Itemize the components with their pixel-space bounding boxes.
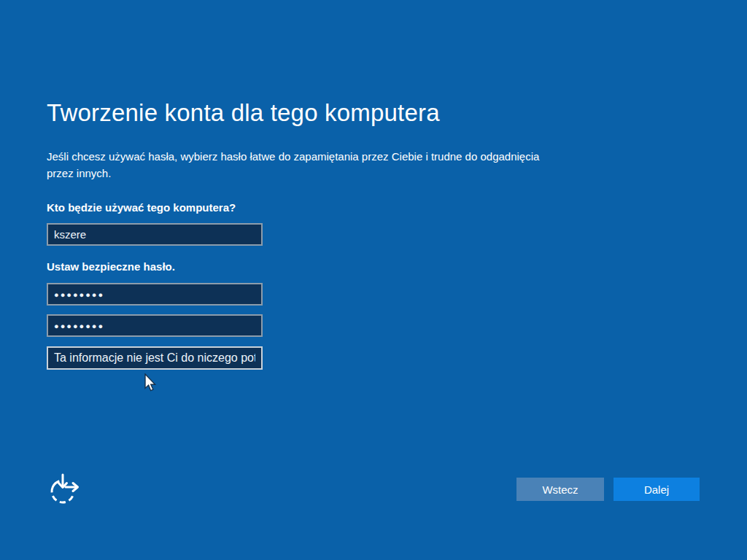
ease-of-access-icon xyxy=(47,472,82,506)
username-label: Kto będzie używać tego komputera? xyxy=(47,201,236,214)
password-label: Ustaw bezpieczne hasło. xyxy=(47,260,175,273)
subtitle-line-2: przez innych. xyxy=(47,165,539,182)
subtitle-line-1: Jeśli chcesz używać hasła, wybierz hasło… xyxy=(47,148,539,165)
page-title: Tworzenie konta dla tego komputera xyxy=(47,99,440,127)
back-button[interactable]: Wstecz xyxy=(516,478,604,501)
password-hint-input[interactable] xyxy=(47,346,263,370)
page-subtitle: Jeśli chcesz używać hasła, wybierz hasło… xyxy=(47,148,539,182)
username-input[interactable] xyxy=(47,223,263,246)
oobe-account-creation-screen: Tworzenie konta dla tego komputera Jeśli… xyxy=(0,0,747,560)
next-button[interactable]: Dalej xyxy=(614,478,700,501)
ease-of-access-button[interactable] xyxy=(47,472,82,506)
mouse-cursor xyxy=(144,373,156,392)
password-input[interactable] xyxy=(47,283,263,306)
confirm-password-input[interactable] xyxy=(47,314,263,337)
